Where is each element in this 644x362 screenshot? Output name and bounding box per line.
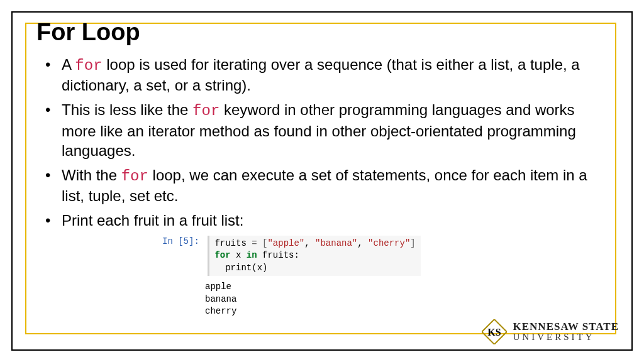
ksu-logo-icon: KS xyxy=(482,319,507,344)
logo-line2: UNIVERSITY xyxy=(513,332,619,343)
bullet-text: loop is used for iterating over a sequen… xyxy=(62,56,580,94)
keyword-for: for xyxy=(121,168,148,185)
jupyter-in-label: In [5]: xyxy=(162,236,203,248)
keyword-for: for xyxy=(192,102,219,119)
bullet-item: This is less like the for keyword in oth… xyxy=(62,100,613,160)
code-line: fruits = ["apple", "banana", "cherry"] xyxy=(214,238,415,250)
slide-content: For Loop A for loop is used for iteratin… xyxy=(36,19,613,318)
bullet-text: This is less like the xyxy=(62,101,192,118)
bullet-text: Print each fruit in a fruit list: xyxy=(62,212,243,229)
code-example: In [5]: fruits = ["apple", "banana", "ch… xyxy=(162,236,613,319)
logo-text: KENNESAW STATE UNIVERSITY xyxy=(513,321,619,343)
svg-text:KS: KS xyxy=(487,327,501,337)
logo-line1: KENNESAW STATE xyxy=(513,321,619,332)
bullet-item: With the for loop, we can execute a set … xyxy=(62,165,613,206)
code-line: for x in fruits: xyxy=(214,250,415,262)
bullet-item: Print each fruit in a fruit list: xyxy=(62,211,613,230)
university-logo: KS KENNESAW STATE UNIVERSITY xyxy=(482,319,619,344)
code-line: print(x) xyxy=(214,262,415,275)
bullet-item: A for loop is used for iterating over a … xyxy=(62,55,613,95)
keyword-for: for xyxy=(75,57,102,74)
slide-title: For Loop xyxy=(36,19,613,46)
bullet-text: With the xyxy=(62,167,121,184)
bullet-text: A xyxy=(62,56,75,73)
bullet-list: A for loop is used for iterating over a … xyxy=(36,55,613,231)
code-output: apple banana cherry xyxy=(205,281,613,318)
code-cell: fruits = ["apple", "banana", "cherry"] f… xyxy=(208,236,420,277)
